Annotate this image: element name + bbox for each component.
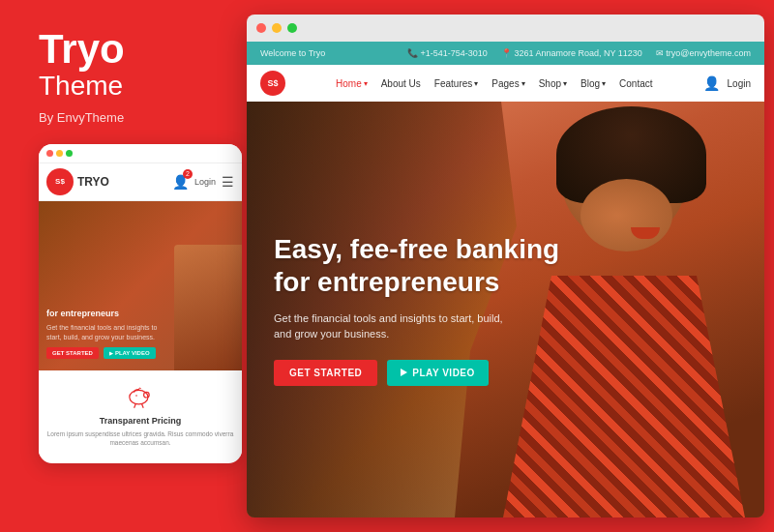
navbar-item-pages[interactable]: Pages ▾ xyxy=(491,78,524,89)
mobile-hamburger-icon[interactable]: ☰ xyxy=(222,174,234,190)
mobile-pricing-text: Lorem ipsum suspendisse ultrices gravida… xyxy=(46,429,234,447)
navbar-user-wrapper: 👤 xyxy=(703,74,720,92)
mobile-preview: S$ TRYO 👤 2 Login ☰ for entrepreneurs Ge… xyxy=(39,144,242,463)
mobile-logo-text: TRYO xyxy=(77,175,109,189)
hero-title: Easy, fee-free banking for entrepreneurs xyxy=(274,233,564,298)
get-started-button[interactable]: GET STARTED xyxy=(274,360,377,386)
mobile-dot-green xyxy=(66,150,73,157)
navbar-right: 👤 Login xyxy=(703,74,751,92)
mobile-user-wrapper: 👤 2 xyxy=(172,173,189,191)
mobile-titlebar xyxy=(39,144,242,163)
mobile-hero-buttons: GET STARTED ▶ PLAY VIDEO xyxy=(46,347,234,359)
browser-dot-yellow[interactable] xyxy=(272,23,282,33)
website-navbar: S$ Home ▾ About Us Features ▾ Pages ▾ Sh… xyxy=(247,65,764,102)
browser-window: Welcome to Tryo 📞 +1-541-754-3010 📍 3261… xyxy=(247,15,764,517)
brand-name: Tryo xyxy=(39,29,232,70)
topbar-phone: 📞 +1-541-754-3010 xyxy=(407,48,488,58)
topbar-email: ✉ tryo@envytheme.com xyxy=(656,48,751,58)
website-hero: Easy, fee-free banking for entrepreneurs… xyxy=(247,102,764,517)
mobile-nav-right: 👤 2 Login ☰ xyxy=(172,173,234,191)
hero-person-face xyxy=(580,179,672,251)
brand-subtitle: Theme xyxy=(39,70,232,103)
browser-dot-green[interactable] xyxy=(287,23,297,33)
browser-dot-red[interactable] xyxy=(256,23,266,33)
mobile-dot-red xyxy=(46,150,53,157)
navbar-item-shop[interactable]: Shop ▾ xyxy=(539,78,567,89)
svg-line-2 xyxy=(134,403,136,407)
piggy-bank-icon xyxy=(125,380,156,411)
navbar-item-contact[interactable]: Contact xyxy=(619,78,652,89)
topbar-right: 📞 +1-541-754-3010 📍 3261 Annamore Road, … xyxy=(407,48,751,58)
browser-titlebar xyxy=(247,15,764,42)
mobile-dot-yellow xyxy=(56,150,63,157)
navbar-logo: S$ xyxy=(260,71,285,96)
mobile-hero-title: for entrepreneurs xyxy=(46,309,163,320)
mobile-pricing-section: Transparent Pricing Lorem ipsum suspendi… xyxy=(39,370,242,457)
navbar-item-features[interactable]: Features ▾ xyxy=(434,78,478,89)
website-topbar: Welcome to Tryo 📞 +1-541-754-3010 📍 3261… xyxy=(247,42,764,65)
brand-by: By EnvyTheme xyxy=(39,110,232,125)
hero-buttons: GET STARTED PLAY VIDEO xyxy=(274,360,737,386)
mobile-hero: for entrepreneurs Get the financial tool… xyxy=(39,201,242,370)
mobile-play-video-button[interactable]: ▶ PLAY VIDEO xyxy=(104,347,156,359)
navbar-item-about[interactable]: About Us xyxy=(381,78,421,89)
mobile-login-label[interactable]: Login xyxy=(194,177,216,187)
mobile-pricing-title: Transparent Pricing xyxy=(100,416,182,426)
mobile-logo: S$ xyxy=(46,168,74,195)
hero-content: Easy, fee-free banking for entrepreneurs… xyxy=(247,102,764,517)
navbar-menu: Home ▾ About Us Features ▾ Pages ▾ Shop … xyxy=(336,78,653,89)
play-triangle-icon xyxy=(401,369,407,376)
svg-line-3 xyxy=(142,403,144,407)
navbar-login-label[interactable]: Login xyxy=(728,78,751,89)
left-panel: Tryo Theme By EnvyTheme S$ TRYO 👤 2 xyxy=(19,0,242,532)
mobile-badge: 2 xyxy=(183,169,193,179)
navbar-user-icon[interactable]: 👤 xyxy=(703,75,720,91)
mobile-get-started-button[interactable]: GET STARTED xyxy=(46,347,99,359)
topbar-welcome: Welcome to Tryo xyxy=(260,48,325,58)
play-video-button[interactable]: PLAY VIDEO xyxy=(387,360,488,386)
hero-description: Get the financial tools and insights to … xyxy=(274,310,506,342)
topbar-address: 📍 3261 Annamore Road, NY 11230 xyxy=(501,48,642,58)
mobile-navbar: S$ TRYO 👤 2 Login ☰ xyxy=(39,163,242,201)
navbar-item-blog[interactable]: Blog ▾ xyxy=(580,78,606,89)
navbar-logo-icon: S$ xyxy=(260,71,285,96)
mobile-hero-subtitle: Get the financial tools and insights to … xyxy=(46,323,163,340)
mobile-dots xyxy=(46,150,73,157)
navbar-item-home[interactable]: Home ▾ xyxy=(336,78,368,89)
svg-point-4 xyxy=(135,395,137,397)
